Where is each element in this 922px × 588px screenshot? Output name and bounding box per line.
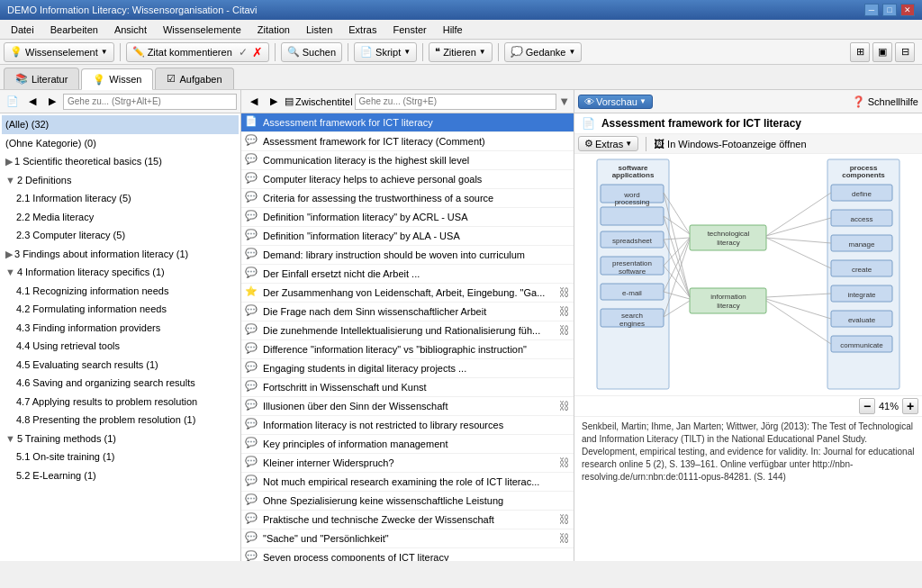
zwischentitel-btn[interactable]: ▤ Zwischentitel [285, 95, 353, 107]
maximize-button[interactable]: □ [882, 4, 897, 16]
tab-literatur[interactable]: 📚 Literatur [4, 68, 79, 89]
tab-aufgaben[interactable]: ☑ Aufgaben [155, 68, 233, 89]
pen-icon: ✏️ [132, 46, 145, 58]
cat-training[interactable]: ▼5 Training methods (1) [2, 430, 239, 448]
cat-info-literacy[interactable]: 2.1 Information literacy (5) [2, 189, 239, 208]
doc-item[interactable]: 📄 Assessment framework for ICT literacy [241, 113, 574, 132]
mid-nav-btn[interactable]: ◀ [245, 93, 263, 111]
cat-using-retrieval[interactable]: 4.4 Using retrieval tools [2, 337, 239, 356]
gedanke-button[interactable]: 💭 Gedanke ▼ [504, 42, 583, 62]
menu-fenster[interactable]: Fenster [385, 23, 433, 37]
nav-up-btn[interactable]: ◀ [23, 93, 41, 111]
doc-item[interactable]: 💬 Criteria for assessing the trustworthi… [241, 189, 574, 208]
cat-finding[interactable]: 4.3 Finding information providers [2, 319, 239, 338]
cat-findings[interactable]: ▶3 Findings about information literacy (… [2, 245, 239, 264]
doc-item[interactable]: 💬 Difference "information literacy" vs "… [241, 340, 574, 359]
doc-icon-15: 💬 [245, 399, 259, 413]
doc-icon-20: 💬 [245, 493, 259, 508]
svg-line-56 [766, 294, 831, 297]
doc-item[interactable]: 💬 Fortschritt in Wissenschaft und Kunst [241, 378, 574, 397]
doc-icon-5: 💬 [245, 210, 259, 224]
suchen-button[interactable]: 🔍 Suchen [281, 42, 342, 62]
menu-ansicht[interactable]: Ansicht [107, 23, 154, 37]
cat-formulating[interactable]: 4.2 Formulating information needs [2, 300, 239, 319]
wissenselement-button[interactable]: 💡 Wissenselement ▼ [4, 42, 114, 62]
cat-onsite[interactable]: 5.1 On-site training (1) [2, 448, 239, 466]
cat-elearning[interactable]: 5.2 E-Learning (1) [2, 466, 239, 485]
schnellhilfe-button[interactable]: ❓ Schnellhilfe [852, 95, 918, 108]
open-in-viewer-button[interactable]: 🖼 In Windows-Fotoanzeige öffnen [654, 138, 807, 150]
svg-text:literacy: literacy [717, 302, 739, 310]
doc-item[interactable]: 💬 Seven process components of ICT litera… [241, 548, 574, 561]
doc-icon-7: 💬 [245, 248, 259, 262]
cat-media-literacy[interactable]: 2.2 Media literacy [2, 208, 239, 227]
new-item-btn[interactable]: 📄 [4, 93, 22, 111]
doc-item[interactable]: 💬 Definition "information literacy" by A… [241, 227, 574, 246]
preview-dropdown-arrow: ▼ [639, 97, 646, 105]
doc-item[interactable]: 💬 Engaging students in digital literacy … [241, 359, 574, 378]
nav-down-btn[interactable]: ▶ [43, 93, 61, 111]
menu-listen[interactable]: Listen [299, 23, 339, 37]
zoom-in-button[interactable]: + [902, 398, 918, 414]
doc-item[interactable]: 💬 Demand: library instruction should be … [241, 246, 574, 265]
doc-icon-0: 📄 [245, 115, 259, 130]
menu-wissenselemente[interactable]: Wissenselemente [156, 23, 249, 37]
cat-all[interactable]: (Alle) (32) [2, 115, 239, 134]
tab-wissen[interactable]: 💡 Wissen [81, 68, 153, 90]
link-icon: ⛓ [559, 286, 570, 299]
doc-item[interactable]: 💬 Die Frage nach dem Sinn wissenschaftli… [241, 303, 574, 321]
svg-text:engines: engines [619, 320, 645, 328]
cat-presenting[interactable]: 4.8 Presenting the problem resolution (1… [2, 411, 239, 430]
doc-item[interactable]: 💬 Key principles of information manageme… [241, 435, 574, 454]
skript-button[interactable]: 📄 Skript ▼ [354, 42, 417, 62]
layout-btn-2[interactable]: ▣ [872, 42, 892, 62]
cat-computer-literacy[interactable]: 2.3 Computer literacy (5) [2, 226, 239, 245]
tab-bar: 📚 Literatur 💡 Wissen ☑ Aufgaben [0, 65, 922, 90]
vorschau-dropdown[interactable]: 👁 Vorschau ▼ [578, 95, 653, 109]
doc-item[interactable]: 💬 Der Einfall ersetzt nicht die Arbeit .… [241, 265, 574, 284]
extras-button[interactable]: ⚙ Extras ▼ [578, 136, 638, 151]
doc-search-input[interactable] [355, 94, 557, 110]
doc-item[interactable]: 💬 "Sache" und "Persönlichkeit" ⛓ [241, 529, 574, 548]
zitat-kommentieren-button[interactable]: ✏️ Zitat kommentieren ✓ ✗ [126, 42, 269, 62]
svg-text:applications: applications [612, 171, 655, 179]
main-toolbar: 💡 Wissenselement ▼ ✏️ Zitat kommentieren… [0, 40, 922, 65]
doc-item[interactable]: 💬 Assessment framework for ICT literacy … [241, 132, 574, 151]
doc-item[interactable]: 💬 Ohne Spezialisierung keine wissenschaf… [241, 492, 574, 511]
menu-hilfe[interactable]: Hilfe [436, 23, 470, 37]
menu-zitation[interactable]: Zitation [250, 23, 297, 37]
cat-saving[interactable]: 4.6 Saving and organizing search results [2, 374, 239, 393]
doc-item[interactable]: 💬 Computer literacy helps to achieve per… [241, 170, 574, 189]
cat-applying[interactable]: 4.7 Applying results to problem resoluti… [2, 393, 239, 412]
zoom-controls: − 41% + [574, 395, 922, 416]
doc-item[interactable]: 💬 Die zunehmende Intellektualisierung un… [241, 321, 574, 340]
doc-item[interactable]: 💬 Kleiner interner Widerspruch? ⛓ [241, 454, 574, 473]
doc-item[interactable]: 💬 Illusionen über den Sinn der Wissensch… [241, 397, 574, 416]
doc-item[interactable]: 💬 Not much empirical research examining … [241, 473, 574, 492]
cat-none[interactable]: (Ohne Kategorie) (0) [2, 134, 239, 153]
layout-btn-3[interactable]: ⊟ [895, 42, 915, 62]
zoom-out-button[interactable]: − [859, 398, 875, 414]
close-button[interactable]: ✕ [900, 4, 915, 16]
toolbar-sep [646, 137, 646, 151]
doc-item[interactable]: 💬 Praktische und technische Zwecke der W… [241, 511, 574, 529]
doc-item[interactable]: 💬 Information literacy is not restricted… [241, 416, 574, 435]
cat-recognizing[interactable]: 4.1 Recognizing information needs [2, 282, 239, 301]
doc-item[interactable]: 💬 Communication literacy is the highest … [241, 151, 574, 170]
cat-definitions[interactable]: ▼2 Definitions [2, 171, 239, 190]
category-search-input[interactable] [63, 94, 237, 110]
cat-scientific[interactable]: ▶1 Scientific theoretical basics (15) [2, 152, 239, 171]
layout-btn-1[interactable]: ⊞ [850, 42, 870, 62]
filter-icon[interactable]: ▼ [558, 95, 570, 108]
doc-item[interactable]: ⭐ Der Zusammenhang von Leidenschaft, Arb… [241, 284, 574, 303]
menu-bearbeiten[interactable]: Bearbeiten [43, 23, 105, 37]
menu-extras[interactable]: Extras [341, 23, 384, 37]
mid-nav-btn2[interactable]: ▶ [265, 93, 283, 111]
cat-evaluating[interactable]: 4.5 Evaluating search results (1) [2, 356, 239, 375]
zitieren-button[interactable]: ❝ Zitieren ▼ [429, 42, 493, 62]
cat-specifics[interactable]: ▼4 Information literacy specifics (1) [2, 263, 239, 282]
menu-datei[interactable]: Datei [4, 23, 41, 37]
svg-text:manage: manage [849, 240, 875, 249]
minimize-button[interactable]: ─ [864, 4, 879, 16]
doc-item[interactable]: 💬 Definition "information literacy" by A… [241, 208, 574, 227]
